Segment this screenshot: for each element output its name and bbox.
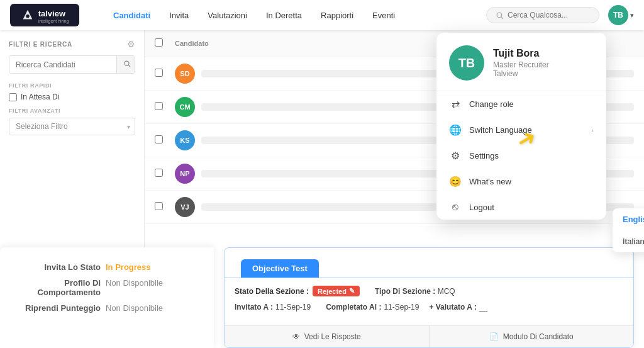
bottom-cards: Invita Lo Stato In Progress Profilo Di C… bbox=[0, 247, 644, 348]
attesa-checkbox[interactable] bbox=[9, 93, 17, 101]
whatsnew-icon: 😊 bbox=[449, 176, 462, 188]
menu-item-whatsnew[interactable]: 😊 What's new bbox=[436, 169, 606, 194]
view-responses-button[interactable]: 👁 Vedi Le Risposte bbox=[225, 326, 430, 347]
candidate-search-button[interactable] bbox=[116, 56, 135, 73]
info-label-punteggio: Riprendi Punteggio bbox=[19, 303, 101, 313]
nav-candidati[interactable]: Candidati bbox=[104, 7, 159, 24]
test-status-row: Stato Della Sezione : Rejected ✎ Tipo Di… bbox=[235, 286, 623, 296]
evaluated-label: + Valutato A : bbox=[429, 303, 476, 312]
rejected-text: Rejected bbox=[318, 288, 347, 295]
test-dates-row: Invitato A : 11-Sep-19 Completato Al : 1… bbox=[235, 303, 623, 312]
menu-item-logout[interactable]: ⎋ Logout bbox=[436, 194, 606, 220]
avatar: SD bbox=[175, 64, 195, 84]
svg-point-1 bbox=[26, 14, 30, 18]
nav-eventi[interactable]: Eventi bbox=[364, 7, 404, 24]
user-avatar-badge[interactable]: TB bbox=[608, 5, 628, 25]
info-row-stato: Invita Lo Stato In Progress bbox=[19, 262, 195, 272]
sidebar-header: FILTRI E RICERCA ⚙ bbox=[9, 39, 135, 49]
info-row-punteggio: Riprendi Punteggio Non Disponibile bbox=[19, 303, 195, 313]
nav-inderetta[interactable]: In Deretta bbox=[257, 7, 311, 24]
settings-icon: ⚙ bbox=[449, 150, 462, 162]
user-avatar-large: TB bbox=[449, 45, 484, 81]
type-label-text: Tipo Di Sezione : bbox=[375, 287, 435, 296]
change-role-label: Change role bbox=[469, 99, 514, 109]
nav-invita[interactable]: Invita bbox=[160, 7, 197, 24]
header-candidate-col: Candidato bbox=[175, 40, 481, 47]
candidate-form-button[interactable]: 📄 Modulo Di Candidato bbox=[430, 326, 634, 347]
lang-english[interactable]: English bbox=[613, 208, 644, 230]
avatar: VJ bbox=[175, 197, 195, 217]
nav-valutazioni[interactable]: Valutazioni bbox=[199, 7, 256, 24]
avatar: KS bbox=[175, 130, 195, 150]
test-card-body: Stato Della Sezione : Rejected ✎ Tipo Di… bbox=[225, 278, 633, 320]
test-card-footer: 👁 Vedi Le Risposte 📄 Modulo Di Candidato bbox=[225, 325, 633, 347]
invited-label: Invitato A : bbox=[235, 303, 273, 312]
lang-italian[interactable]: Italian bbox=[613, 230, 644, 252]
quick-filter-attesa[interactable]: In Attesa Di bbox=[9, 93, 135, 101]
evaluated-value: __ bbox=[479, 303, 487, 312]
user-name: Tujit Bora bbox=[493, 48, 549, 59]
info-card: Invita Lo Stato In Progress Profilo Di C… bbox=[0, 247, 214, 348]
global-search[interactable] bbox=[486, 7, 599, 23]
sidebar-title: FILTRI E RICERCA bbox=[9, 41, 72, 48]
info-label-stato: Invita Lo Stato bbox=[19, 262, 101, 272]
select-all-checkbox[interactable] bbox=[155, 38, 163, 47]
logo-area: talview intelligent hiring bbox=[10, 4, 92, 26]
info-value-punteggio: Non Disponibile bbox=[106, 303, 163, 313]
doc-icon: 📄 bbox=[489, 332, 499, 341]
test-card-tab[interactable]: Objective Test bbox=[241, 259, 319, 278]
search-icon bbox=[496, 11, 504, 20]
rejected-badge: Rejected ✎ bbox=[313, 286, 360, 296]
completed-label: Completato Al : bbox=[326, 303, 381, 312]
filter-select[interactable]: Seleziona Filtro bbox=[9, 118, 135, 135]
eye-icon: 👁 bbox=[292, 332, 300, 341]
row-checkbox[interactable] bbox=[155, 202, 163, 210]
status-label: Stato Della Sezione : bbox=[235, 287, 309, 296]
submenu-chevron-icon: › bbox=[591, 126, 594, 134]
menu-item-changerole[interactable]: ⇄ Change role bbox=[436, 91, 606, 117]
filter-select-wrap: Seleziona Filtro ▾ bbox=[9, 118, 135, 135]
edit-icon[interactable]: ✎ bbox=[349, 287, 355, 295]
row-checkbox[interactable] bbox=[155, 102, 163, 110]
settings-label: Settings bbox=[469, 151, 499, 160]
global-search-input[interactable] bbox=[508, 11, 589, 20]
user-menu-chevron[interactable]: ▾ bbox=[630, 11, 634, 20]
svg-point-4 bbox=[125, 61, 129, 65]
row-checkbox[interactable] bbox=[155, 135, 163, 143]
top-navigation: talview intelligent hiring Candidati Inv… bbox=[0, 0, 644, 30]
row-checkbox[interactable] bbox=[155, 169, 163, 177]
svg-point-2 bbox=[497, 13, 502, 18]
row-checkbox[interactable] bbox=[155, 69, 163, 77]
type-label: Tipo Di Sezione : MCQ bbox=[375, 287, 623, 296]
whatsnew-label: What's new bbox=[469, 177, 511, 186]
candidate-search-input[interactable] bbox=[9, 57, 116, 73]
view-responses-label: Vedi Le Risposte bbox=[304, 332, 361, 341]
logout-label: Logout bbox=[469, 203, 494, 212]
attesa-label: In Attesa Di bbox=[21, 93, 59, 101]
search-btn-icon bbox=[123, 60, 131, 67]
quick-filters-label: FILTRI RAPIDI bbox=[9, 82, 135, 89]
user-info: Tujit Bora Master Recruiter Talview bbox=[493, 48, 549, 78]
switch-language-icon: 🌐 bbox=[449, 124, 462, 136]
info-value-profilo: Non Disponibile bbox=[106, 278, 163, 288]
user-company: Talview bbox=[493, 69, 549, 78]
svg-line-3 bbox=[501, 16, 503, 18]
header-check-col bbox=[155, 38, 175, 49]
type-value: MCQ bbox=[438, 287, 455, 296]
nav-rappiorti[interactable]: Rappiorti bbox=[312, 7, 362, 24]
gear-icon[interactable]: ⚙ bbox=[127, 39, 135, 49]
test-card: Objective Test Stato Della Sezione : Rej… bbox=[224, 247, 634, 348]
info-row-profilo: Profilo Di Comportamento Non Disponibile bbox=[19, 278, 195, 297]
completed-value: 11-Sep-19 bbox=[384, 303, 419, 312]
logo-text: talview bbox=[38, 9, 65, 18]
svg-line-5 bbox=[128, 65, 130, 67]
change-role-icon: ⇄ bbox=[449, 98, 462, 110]
logo[interactable]: talview intelligent hiring bbox=[10, 4, 79, 26]
info-label-profilo: Profilo Di Comportamento bbox=[19, 278, 101, 297]
candidate-form-label: Modulo Di Candidato bbox=[503, 332, 574, 341]
info-value-stato: In Progress bbox=[106, 262, 151, 272]
logo-subtext: intelligent hiring bbox=[38, 19, 69, 23]
nav-items: Candidati Invita Valutazioni In Deretta … bbox=[104, 7, 486, 24]
advanced-filters-label: FILTRI AVANZATI bbox=[9, 108, 135, 114]
avatar: CM bbox=[175, 97, 195, 117]
